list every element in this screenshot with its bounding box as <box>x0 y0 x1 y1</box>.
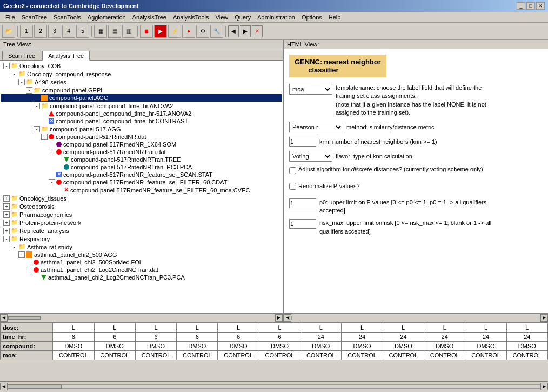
tree-item-compound-agg[interactable]: compound-panel.AGG <box>1 94 282 102</box>
toolbar-open-btn[interactable]: 📂 <box>2 25 15 38</box>
tree-item-oncology-cob[interactable]: - 📁 Oncology_COB <box>1 62 282 70</box>
menu-administration[interactable]: Administration <box>254 14 298 21</box>
expand-respiratory[interactable]: - <box>3 236 10 242</box>
tree-scroll-right[interactable]: ▶ <box>275 314 283 322</box>
tree-item-517tran[interactable]: - compound-panel-517RmedNRTran.dat <box>1 148 282 156</box>
toolbar-prev-btn[interactable]: ◀ <box>228 25 239 37</box>
menu-help[interactable]: Help <box>325 14 344 21</box>
menu-scantree[interactable]: ScanTree <box>18 14 50 21</box>
menu-query[interactable]: Query <box>231 14 254 21</box>
html-scroll-left[interactable]: ◀ <box>284 314 291 322</box>
tree-item-517tree[interactable]: compound-panel-517RmedNRTran.TREE <box>1 156 282 163</box>
menu-file[interactable]: File <box>2 14 18 21</box>
expand-feature-filter[interactable]: - <box>49 179 55 185</box>
knn-input[interactable] <box>289 137 316 147</box>
renorm-checkbox[interactable] <box>289 183 296 190</box>
tab-scan-tree[interactable]: Scan Tree <box>2 51 41 60</box>
tree-item-517pca[interactable]: compound-panel-517RmedNRTran_PC3.PCA <box>1 163 282 171</box>
expand-pharmacogenomics[interactable]: + <box>3 211 10 218</box>
menu-analysistools[interactable]: AnalysisTools <box>170 14 212 21</box>
toolbar-4-btn[interactable]: 4 <box>62 25 75 38</box>
minimize-button[interactable]: _ <box>517 2 525 10</box>
maximize-button[interactable]: □ <box>526 2 535 10</box>
expand-oncology-tissues[interactable]: + <box>3 195 10 202</box>
toolbar-stop-btn[interactable]: ⏹ <box>140 25 153 38</box>
p0-input[interactable] <box>289 198 316 208</box>
tree-item-replicate[interactable]: + 📁 Replicate_analysis <box>1 227 282 235</box>
window-controls[interactable]: _ □ ✕ <box>517 2 545 10</box>
toolbar-5-btn[interactable]: 5 <box>76 25 89 38</box>
bottom-scrollbar[interactable] <box>62 384 540 389</box>
data-table-scroll[interactable]: dose: L L L L L L L L L L L L time_hr: 6… <box>0 323 548 381</box>
menu-analysistree[interactable]: AnalysisTree <box>129 14 170 21</box>
tree-item-asthma-chi2-500[interactable]: - asthma1_panel_chi2_500.AGG <box>1 251 282 258</box>
expand-asthma-study[interactable]: - <box>11 244 17 250</box>
expand-replicate[interactable]: + <box>3 228 10 234</box>
tree-item-pharmacogenomics[interactable]: + 📁 Pharmacogenomics <box>1 210 282 218</box>
tree-item-asthma-study[interactable]: - 📁 Asthma-rat-study <box>1 243 282 251</box>
tree-item-517rmed[interactable]: - compound-panel-517RmedNR.dat <box>1 133 282 141</box>
menu-scantools[interactable]: ScanTools <box>50 14 84 21</box>
tab-analysis-tree[interactable]: Analysis Tree <box>42 51 90 61</box>
tree-item-osteoporosis[interactable]: + 📁 Osteoporosis <box>1 202 282 210</box>
bottom-scroll-right[interactable]: ▶ <box>540 383 548 390</box>
html-content[interactable]: GENNC: nearest neighbor classifier moa t… <box>284 49 548 313</box>
tree-item-compound-gppl[interactable]: - 📁 compound-panel.GPPL <box>1 86 282 94</box>
toolbar-action2-btn[interactable]: ● <box>182 25 195 38</box>
tree-item-feature-scan[interactable]: ✕ compound-panel-517RmedNR_feature_sel_S… <box>1 171 282 178</box>
toolbar-settings2-btn[interactable]: 🔧 <box>210 25 223 38</box>
expand-oncology-cob[interactable]: - <box>3 63 10 69</box>
tree-item-protein-network[interactable]: + 📁 Protein-protein-network <box>1 218 282 227</box>
menu-agglomeration[interactable]: Agglomeration <box>84 14 129 21</box>
tree-item-oncology-compound[interactable]: - 📁 Oncology_compound_response <box>1 70 282 78</box>
tree-item-517agg[interactable]: - 📁 compound-panel-517.AGG <box>1 125 282 133</box>
tree-item-feature-filter[interactable]: - compound-panel-517RmedNR_feature_sel_F… <box>1 178 282 186</box>
expand-517agg[interactable]: - <box>34 126 40 132</box>
bottom-scroll-left[interactable]: ◀ <box>0 383 8 390</box>
tree-item-asthma-log2[interactable]: - asthma1_panel_chi2_Log2CmedNCTran.dat <box>1 266 282 274</box>
expand-compound-gppl[interactable]: - <box>26 87 32 94</box>
toolbar-cancel-btn[interactable]: ✕ <box>252 25 263 37</box>
toolbar-view3-btn[interactable]: ▥ <box>122 25 135 38</box>
close-button[interactable]: ✕ <box>536 2 545 10</box>
tree-scroll-left[interactable]: ◀ <box>0 314 8 322</box>
tree-item-517-1x64[interactable]: compound-panel-517RmedNR_1X64.SOM <box>1 141 282 148</box>
tree-item-a498[interactable]: - 📁 A498-series <box>1 78 282 86</box>
expand-517tran[interactable]: - <box>49 149 55 155</box>
tree-hscrollbar[interactable] <box>8 316 275 320</box>
expand-a498[interactable]: - <box>18 79 25 85</box>
tree-item-asthma-sprmed[interactable]: asthma1_panel_chi2_500SprMed.FOL <box>1 258 282 266</box>
tree-item-anova2b[interactable]: compound-panel_compound_time_hr-517.ANOV… <box>1 110 282 117</box>
expand-asthma-chi2[interactable]: - <box>18 251 25 258</box>
toolbar-3-btn[interactable]: 3 <box>48 25 61 38</box>
toolbar-settings1-btn[interactable]: ⚙ <box>196 25 209 38</box>
tree-content[interactable]: - 📁 Oncology_COB - 📁 Oncology_compound_r… <box>0 61 283 313</box>
tree-item-cvec[interactable]: ✕ compound-panel-517RmedNR_feature_sel_F… <box>1 186 282 194</box>
risk-input[interactable] <box>289 219 316 229</box>
expand-protein-network[interactable]: + <box>3 220 10 226</box>
method-select[interactable]: Pearson r <box>289 122 343 132</box>
tree-item-asthma-pca[interactable]: asthma1_panel_chi2_Log2CmedNCTran_PC3.PC… <box>1 274 282 281</box>
bottom-scroll-thumb[interactable] <box>8 384 62 389</box>
html-hscrollbar[interactable] <box>291 316 540 320</box>
toolbar-view2-btn[interactable]: ▤ <box>108 25 121 38</box>
tree-item-compound-anova2[interactable]: - 📁 compound-panel_compound_time_hr.ANOV… <box>1 102 282 110</box>
tree-item-oncology-tissues[interactable]: + 📁 Oncology_tissues <box>1 194 282 202</box>
toolbar-view1-btn[interactable]: ▦ <box>94 25 107 38</box>
expand-asthma-log2[interactable]: - <box>26 267 32 273</box>
expand-oncology-compound[interactable]: - <box>11 71 17 77</box>
toolbar-1-btn[interactable]: 1 <box>20 25 33 38</box>
menu-view[interactable]: View <box>212 14 232 21</box>
toolbar-next-btn[interactable]: ▶ <box>240 25 251 37</box>
tree-item-contrast[interactable]: ✕ compound-panel_compound_time_hr.CONTRA… <box>1 117 282 125</box>
toolbar-2-btn[interactable]: 2 <box>34 25 47 38</box>
html-scroll-right[interactable]: ▶ <box>540 314 548 322</box>
menu-options[interactable]: Options <box>298 14 325 21</box>
expand-osteoporosis[interactable]: + <box>3 203 10 210</box>
toolbar-run-btn[interactable]: ▶ <box>154 25 167 38</box>
flavor-select[interactable]: Voting <box>289 151 332 162</box>
expand-anova2[interactable]: - <box>34 103 40 109</box>
tree-item-respiratory[interactable]: - 📁 Respiratory <box>1 235 282 243</box>
template-select[interactable]: moa <box>289 84 332 95</box>
expand-517rmed[interactable]: - <box>41 134 48 140</box>
